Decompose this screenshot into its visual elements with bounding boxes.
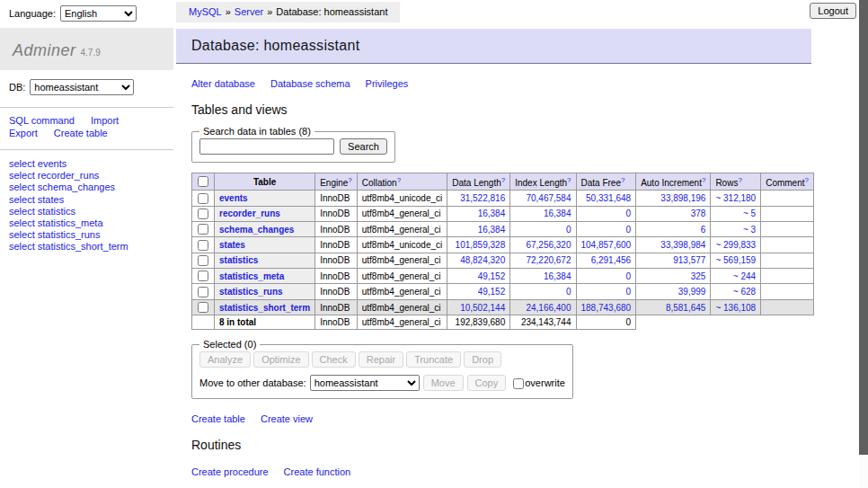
table-link-states[interactable]: states: [219, 240, 245, 250]
auto-increment-link[interactable]: 6: [701, 225, 706, 235]
move-button[interactable]: Move: [423, 375, 464, 391]
help-link-rows[interactable]: ?: [738, 176, 741, 184]
auto-increment-link[interactable]: 8,581,645: [666, 303, 706, 313]
data-free-link[interactable]: 50,331,648: [586, 193, 631, 203]
data-free-link[interactable]: 188,743,680: [581, 303, 632, 313]
sidebar-item-select-statistics-meta[interactable]: select statistics_meta: [9, 217, 173, 229]
data-length-link[interactable]: 31,522,816: [460, 193, 505, 203]
move-database-select[interactable]: homeassistant: [310, 375, 420, 391]
index-length-link[interactable]: 16,384: [544, 209, 571, 218]
row-checkbox-schema-changes[interactable]: [198, 224, 208, 235]
row-checkbox-statistics[interactable]: [198, 255, 208, 266]
index-length-link[interactable]: 0: [566, 225, 571, 235]
data-length-link[interactable]: 49,152: [478, 271, 506, 281]
sidebar-item-select-states[interactable]: select states: [9, 194, 173, 206]
language-select[interactable]: English: [60, 5, 137, 22]
data-length-link[interactable]: 101,859,328: [456, 240, 506, 250]
link-sql-command[interactable]: SQL command: [9, 115, 75, 126]
index-length-link[interactable]: 24,166,400: [526, 303, 571, 313]
link-export[interactable]: Export: [9, 128, 38, 138]
row-checkbox-recorder-runs[interactable]: [198, 209, 208, 219]
rows-estimate-link[interactable]: ~ 3: [743, 225, 756, 235]
data-length-link[interactable]: 49,152: [478, 287, 506, 297]
data-free-link[interactable]: 0: [626, 271, 632, 281]
row-checkbox-statistics-short-term[interactable]: [198, 302, 208, 313]
link-create-view[interactable]: Create view: [261, 413, 313, 424]
sidebar-item-select-statistics[interactable]: select statistics: [9, 206, 173, 217]
select-all-checkbox[interactable]: [198, 176, 208, 187]
auto-increment-link[interactable]: 325: [691, 271, 706, 281]
optimize-button[interactable]: Optimize: [253, 351, 308, 368]
index-length-link[interactable]: 16,384: [544, 271, 571, 281]
link-create-table[interactable]: Create table: [54, 128, 108, 138]
data-length-link[interactable]: 10,502,144: [460, 303, 505, 313]
auto-increment-link[interactable]: 33,398,984: [660, 240, 705, 250]
row-checkbox-states[interactable]: [198, 240, 208, 251]
data-free-link[interactable]: 6,291,456: [591, 255, 632, 265]
rows-estimate-link[interactable]: ~ 312,180: [715, 193, 756, 203]
auto-increment-link[interactable]: 33,898,196: [660, 193, 705, 203]
table-link-statistics[interactable]: statistics: [219, 255, 258, 265]
link-alter-database[interactable]: Alter database: [191, 78, 255, 89]
scrollbar-thumb[interactable]: [859, 0, 868, 455]
rows-estimate-link[interactable]: ~ 299,833: [715, 240, 756, 250]
repair-button[interactable]: Repair: [359, 351, 403, 368]
check-button[interactable]: Check: [312, 351, 356, 368]
sidebar-item-select-recorder-runs[interactable]: select recorder_runs: [9, 170, 173, 182]
help-link-engine[interactable]: ?: [348, 176, 351, 184]
data-free-link[interactable]: 104,857,600: [581, 240, 632, 250]
link-import[interactable]: Import: [91, 115, 119, 126]
data-free-link[interactable]: 0: [626, 225, 632, 235]
truncate-button[interactable]: Truncate: [406, 351, 461, 368]
row-checkbox-statistics-runs[interactable]: [198, 287, 208, 297]
link-privileges[interactable]: Privileges: [366, 78, 409, 89]
link-create-procedure[interactable]: Create procedure: [191, 466, 269, 477]
auto-increment-link[interactable]: 39,999: [678, 287, 706, 297]
help-link-index-length[interactable]: ?: [567, 176, 571, 184]
table-link-statistics-short-term[interactable]: statistics_short_term: [219, 303, 310, 313]
data-free-link[interactable]: 0: [626, 209, 632, 218]
index-length-link[interactable]: 72,220,672: [526, 255, 571, 265]
drop-button[interactable]: Drop: [464, 351, 501, 368]
index-length-link[interactable]: 70,467,584: [526, 193, 571, 203]
auto-increment-link[interactable]: 378: [691, 209, 706, 218]
analyze-button[interactable]: Analyze: [199, 351, 251, 368]
search-input[interactable]: [199, 138, 334, 155]
copy-button[interactable]: Copy: [467, 375, 507, 391]
table-link-statistics-runs[interactable]: statistics_runs: [219, 287, 283, 297]
index-length-link[interactable]: 0: [566, 287, 571, 297]
row-checkbox-events[interactable]: [198, 193, 208, 204]
row-checkbox-statistics-meta[interactable]: [198, 271, 208, 281]
data-length-link[interactable]: 48,824,320: [460, 255, 505, 265]
link-create-table[interactable]: Create table: [191, 413, 245, 424]
link-create-function[interactable]: Create function: [284, 466, 351, 477]
help-link-auto-increment[interactable]: ?: [702, 176, 705, 184]
rows-estimate-link[interactable]: ~ 244: [733, 271, 756, 281]
link-database-schema[interactable]: Database schema: [270, 78, 350, 89]
data-length-link[interactable]: 16,384: [478, 225, 506, 235]
sidebar-item-select-events[interactable]: select events: [9, 158, 173, 170]
help-link-data-free[interactable]: ?: [621, 176, 624, 184]
breadcrumb-mysql-link[interactable]: MySQL: [189, 6, 222, 17]
overwrite-checkbox[interactable]: [513, 378, 524, 389]
sidebar-item-select-statistics-short-term[interactable]: select statistics_short_term: [9, 241, 173, 253]
table-link-recorder-runs[interactable]: recorder_runs: [219, 209, 280, 218]
rows-estimate-link[interactable]: ~ 136,108: [715, 303, 756, 313]
breadcrumb-server-link[interactable]: Server: [235, 6, 263, 17]
help-link-data-length[interactable]: ?: [501, 176, 505, 184]
data-free-link[interactable]: 0: [626, 287, 632, 297]
rows-estimate-link[interactable]: ~ 5: [743, 209, 756, 218]
rows-estimate-link[interactable]: ~ 628: [733, 287, 756, 297]
auto-increment-link[interactable]: 913,577: [673, 255, 705, 265]
logout-button[interactable]: Logout: [810, 3, 856, 19]
table-link-statistics-meta[interactable]: statistics_meta: [219, 271, 284, 281]
sidebar-item-select-statistics-runs[interactable]: select statistics_runs: [9, 229, 173, 241]
help-link-collation[interactable]: ?: [397, 176, 401, 184]
table-link-schema-changes[interactable]: schema_changes: [219, 225, 294, 235]
db-select[interactable]: homeassistant: [30, 79, 134, 95]
rows-estimate-link[interactable]: ~ 569,159: [715, 255, 756, 265]
search-button[interactable]: Search: [340, 138, 387, 155]
scrollbar-track[interactable]: [859, 0, 868, 488]
index-length-link[interactable]: 67,256,320: [526, 240, 571, 250]
data-length-link[interactable]: 16,384: [478, 209, 506, 218]
